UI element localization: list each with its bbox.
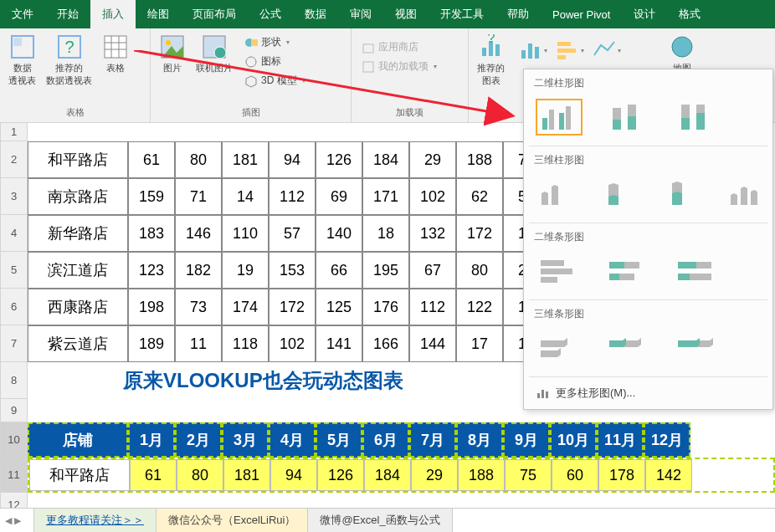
store-name-cell[interactable]: 西康路店: [28, 289, 128, 325]
stacked-column-2d[interactable]: [604, 99, 651, 136]
selection-header-row[interactable]: 店铺1月2月3月4月5月6月7月8月9月10月11月12月: [28, 422, 775, 458]
data-cell[interactable]: 94: [269, 141, 316, 178]
data-cell[interactable]: 159: [128, 178, 175, 215]
sheet-tab-2[interactable]: 微信公众号（ExcelLiRui）: [156, 509, 308, 533]
yellow-cell[interactable]: 188: [458, 459, 505, 491]
sheet-tab-1[interactable]: 更多教程请关注＞＞: [33, 509, 157, 533]
data-cell[interactable]: 126: [316, 141, 362, 178]
tab-design[interactable]: 设计: [622, 0, 667, 28]
data-cell[interactable]: 67: [409, 252, 456, 289]
clustered-column-2d[interactable]: [536, 99, 583, 136]
tab-layout[interactable]: 页面布局: [181, 0, 248, 28]
row-header[interactable]: 10: [0, 422, 28, 458]
myaddins-button[interactable]: 我的加载项▾: [360, 58, 439, 75]
clustered-bar-2d[interactable]: [536, 253, 583, 289]
data-cell[interactable]: 11: [175, 325, 222, 362]
tab-file[interactable]: 文件: [0, 0, 45, 28]
tab-insert[interactable]: 插入: [90, 0, 136, 28]
yellow-cell[interactable]: 142: [645, 459, 692, 491]
data-cell[interactable]: 112: [269, 178, 316, 215]
data-cell[interactable]: 171: [362, 178, 409, 215]
tab-nav[interactable]: ◀ ▶: [5, 515, 21, 526]
yellow-cell[interactable]: 80: [177, 459, 223, 491]
row-header[interactable]: 9: [0, 399, 28, 422]
data-cell[interactable]: 144: [409, 325, 456, 362]
yellow-first[interactable]: 和平路店: [29, 459, 130, 491]
row-header[interactable]: 3: [0, 178, 28, 215]
data-cell[interactable]: 181: [222, 141, 269, 178]
icons-button[interactable]: 图标: [243, 53, 307, 70]
month-header[interactable]: 6月: [362, 422, 409, 458]
data-cell[interactable]: 174: [222, 289, 269, 325]
month-header[interactable]: 4月: [269, 422, 316, 458]
data-cell[interactable]: 110: [222, 215, 269, 252]
data-cell[interactable]: 14: [222, 178, 269, 215]
data-cell[interactable]: 195: [362, 252, 409, 289]
data-cell[interactable]: 102: [409, 178, 456, 215]
data-cell[interactable]: 80: [456, 252, 503, 289]
model3d-button[interactable]: 3D 模型▾: [243, 72, 307, 90]
month-header[interactable]: 7月: [409, 422, 456, 458]
tab-dev[interactable]: 开发工具: [429, 0, 495, 28]
stacked-bar-2d[interactable]: [604, 253, 651, 289]
month-header[interactable]: 1月: [128, 422, 175, 458]
yellow-cell[interactable]: 60: [552, 459, 598, 491]
data-cell[interactable]: 182: [175, 252, 222, 289]
data-cell[interactable]: 66: [316, 252, 362, 289]
data-cell[interactable]: 19: [222, 252, 269, 289]
month-header[interactable]: 8月: [456, 422, 503, 458]
pivot-table-button[interactable]: 数据 透视表: [5, 32, 39, 89]
row-header[interactable]: 4: [0, 215, 28, 252]
data-cell[interactable]: 125: [316, 289, 362, 325]
data-cell[interactable]: 29: [409, 141, 456, 178]
selection-data-row[interactable]: 和平路店618018194126184291887560178142: [28, 458, 775, 493]
clustered-bar-3d[interactable]: [536, 330, 583, 366]
data-cell[interactable]: 172: [269, 289, 316, 325]
data-cell[interactable]: 153: [269, 252, 316, 289]
tab-formula[interactable]: 公式: [248, 0, 293, 28]
chart-line-btn[interactable]: ▾: [592, 35, 622, 65]
tab-format[interactable]: 格式: [667, 0, 712, 28]
store-name-cell[interactable]: 滨江道店: [28, 252, 128, 289]
data-cell[interactable]: 57: [269, 215, 316, 252]
stacked100-column-2d[interactable]: [673, 99, 720, 136]
stacked100-column-3d[interactable]: [663, 176, 705, 212]
yellow-cell[interactable]: 178: [598, 459, 645, 491]
data-cell[interactable]: 123: [128, 252, 175, 289]
data-cell[interactable]: 183: [128, 215, 175, 252]
month-header[interactable]: 3月: [222, 422, 269, 458]
row-header[interactable]: 1: [0, 123, 28, 141]
tab-view[interactable]: 视图: [383, 0, 429, 28]
data-cell[interactable]: 118: [222, 325, 269, 362]
row-header[interactable]: 5: [0, 252, 28, 289]
online-pic-button[interactable]: 联机图片: [192, 32, 236, 76]
sheet-tab-3[interactable]: 微博@Excel_函数与公式: [307, 509, 452, 533]
yellow-cell[interactable]: 75: [505, 459, 552, 491]
row-header[interactable]: 8: [0, 362, 28, 399]
data-cell[interactable]: 172: [456, 215, 503, 252]
tab-home[interactable]: 开始: [45, 0, 90, 28]
row-header[interactable]: 6: [0, 289, 28, 325]
hdr2-first[interactable]: 店铺: [28, 422, 128, 458]
data-cell[interactable]: 18: [362, 215, 409, 252]
data-cell[interactable]: 198: [128, 289, 175, 325]
month-header[interactable]: 11月: [597, 422, 644, 458]
data-cell[interactable]: 102: [269, 325, 316, 362]
month-header[interactable]: 2月: [175, 422, 222, 458]
month-header[interactable]: 5月: [316, 422, 362, 458]
data-cell[interactable]: 141: [316, 325, 362, 362]
picture-button[interactable]: 图片: [156, 32, 189, 76]
data-cell[interactable]: 112: [409, 289, 456, 325]
store-name-cell[interactable]: 紫云道店: [28, 325, 128, 362]
store-name-cell[interactable]: 南京路店: [28, 178, 128, 215]
data-cell[interactable]: 189: [128, 325, 175, 362]
tab-powerpivot[interactable]: Power Pivot: [541, 0, 622, 28]
tab-data[interactable]: 数据: [293, 0, 338, 28]
data-cell[interactable]: 146: [175, 215, 222, 252]
column-3d[interactable]: [726, 176, 768, 212]
tab-draw[interactable]: 绘图: [136, 0, 181, 28]
month-header[interactable]: 9月: [503, 422, 550, 458]
data-cell[interactable]: 73: [175, 289, 222, 325]
store-button[interactable]: 应用商店: [360, 38, 439, 56]
table-button[interactable]: 表格: [99, 32, 132, 76]
